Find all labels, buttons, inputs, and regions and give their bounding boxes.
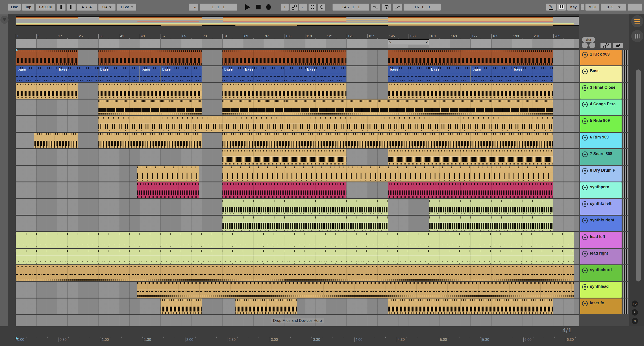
clip[interactable] [222,149,346,165]
clip[interactable] [222,216,388,231]
track-lane-5-ride-909[interactable] [16,116,579,132]
track-lane-7-snare-808[interactable] [16,149,579,165]
unfold-track-button[interactable] [582,185,588,190]
mixer-section-toggle[interactable] [631,30,643,42]
scrub-area[interactable]: > < [16,39,579,49]
track-header-synthfx-right[interactable]: synthfx right [580,216,622,231]
set-locator-button[interactable]: Set [582,37,595,42]
clip[interactable] [388,50,553,65]
clip[interactable]: bass [16,66,57,82]
unfold-track-button[interactable] [582,135,588,140]
clip[interactable] [98,50,202,65]
computer-midi-keyboard-button[interactable] [557,3,566,10]
unfold-track-button[interactable] [582,284,588,290]
track-header-1-kick-909[interactable]: 1 Kick 909 [580,50,622,65]
track-header-7-snare-808[interactable]: 7 Snare 808 [580,149,622,165]
track-header-3-hihat-close[interactable]: 3 Hihat Close [580,83,622,99]
unfold-track-button[interactable] [582,85,588,91]
section-toggle-r[interactable]: R [632,309,638,316]
link-button[interactable]: Link [8,3,21,10]
punch-in-button[interactable] [371,3,380,10]
clip[interactable] [137,182,199,198]
loop-end-handle[interactable]: < [426,40,428,44]
arrangement-overview[interactable] [16,16,579,26]
metronome-button[interactable]: O● [98,3,116,10]
clip[interactable]: bass [388,66,429,82]
unfold-track-button[interactable] [582,102,588,107]
loop-link-button[interactable] [600,43,611,48]
track-header-8-dry-drum-p[interactable]: 8 Dry Drum P [580,166,622,182]
next-locator-button[interactable]: → [589,42,595,48]
clip[interactable]: bass [57,66,98,82]
clip[interactable] [222,199,388,215]
circle-toggle-button[interactable] [318,3,325,10]
track-lane-synthfx-right[interactable] [16,216,579,231]
record-button[interactable] [266,4,271,10]
punch-out-button[interactable] [393,3,402,10]
loop-length-field[interactable]: 16. 0. 0 [404,3,440,10]
clip[interactable] [98,83,202,99]
loop-start-handle[interactable]: > [389,40,391,44]
loop-brace[interactable]: > < [388,39,429,45]
time-ruler[interactable]: 0:000:301:001:302:002:303:003:304:004:30… [16,337,579,346]
unfold-track-button[interactable] [582,251,588,257]
track-header-5-ride-909[interactable]: 5 Ride 909 [580,116,622,132]
track-header-bass[interactable]: Bass [580,66,622,82]
unfold-track-button[interactable] [582,118,588,124]
clip[interactable] [137,166,199,182]
section-toggle-m[interactable]: M [632,318,638,324]
clip[interactable] [388,149,553,165]
cpu-load-meter[interactable]: 0 % [601,3,626,10]
clip[interactable] [16,50,78,65]
section-toggle-io[interactable]: I·O [632,301,638,307]
clip[interactable] [388,182,553,198]
clip[interactable] [16,232,574,248]
track-lane-synthchord[interactable] [16,265,579,281]
key-map-button[interactable]: Key [567,3,580,10]
unfold-track-button[interactable] [582,168,588,174]
beat-time-ruler[interactable]: 1917253341495765738189971051131211291371… [16,30,579,39]
play-button[interactable] [245,4,250,10]
clip[interactable] [98,116,553,132]
clip[interactable] [16,83,78,99]
overview-menu-toggle[interactable] [631,15,643,27]
clip[interactable] [222,83,346,99]
clip[interactable]: bass [98,66,140,82]
track-lane-synthfx-left[interactable] [16,199,579,215]
fold-arrangement-button[interactable] [0,16,8,24]
unfold-track-button[interactable] [582,218,588,223]
clip[interactable] [222,50,346,65]
unfold-track-button[interactable] [582,52,588,58]
back-to-arrangement-button[interactable]: ← [299,3,307,10]
prev-locator-button[interactable]: ← [582,42,588,48]
track-header-4-conga-perc[interactable]: 4 Conga Perc [580,99,622,115]
clip[interactable] [222,133,553,148]
track-header-6-rim-909[interactable]: 6 Rim 909 [580,133,622,148]
track-header-synthfx-left[interactable]: synthfx left [580,199,622,215]
nudge-up-button[interactable] [67,3,76,10]
capture-frame-button[interactable] [308,3,316,10]
insert-marker[interactable] [16,49,18,52]
track-header-lead-right[interactable]: lead right [580,249,622,264]
track-lane-bass[interactable]: bassbassbassbassbassbassbassbassbassbass… [16,66,579,82]
lock-envelopes-button[interactable] [612,43,623,48]
clip[interactable] [388,83,553,99]
track-lane-8-dry-drum-p[interactable] [16,166,579,182]
track-lane-lead-right[interactable] [16,249,579,264]
nudge-down-button[interactable] [57,3,66,10]
track-lane-synthlead[interactable] [16,282,579,298]
clip[interactable] [222,166,553,182]
clip[interactable]: bass [512,66,553,82]
quantization-menu[interactable]: 1 Bar [117,3,136,10]
draw-mode-button[interactable]: ✎ [546,3,556,10]
clip[interactable] [34,133,78,148]
track-header-synthperc[interactable]: synthperc [580,182,622,198]
clip[interactable]: bass [160,66,202,82]
clip[interactable] [137,282,574,298]
follow-button[interactable]: →·· [189,3,198,10]
clip[interactable] [98,99,202,115]
track-lane-3-hihat-close[interactable] [16,83,579,99]
clip[interactable]: bass [243,66,305,82]
track-lane-lead-left[interactable] [16,232,579,248]
clip[interactable] [160,299,202,314]
